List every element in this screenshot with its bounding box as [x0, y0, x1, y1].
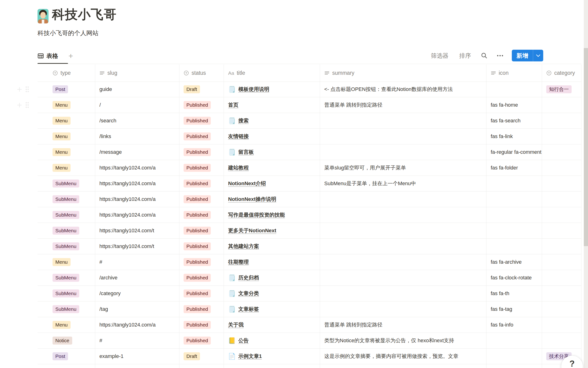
cell-icon[interactable]	[487, 364, 542, 368]
cell-type[interactable]: SubMenu	[37, 223, 95, 238]
cell-title[interactable]: 🗒️ 文章标签	[224, 301, 320, 317]
cell-title[interactable]: 📄 加锁文章2 - 密码123456	[224, 364, 320, 368]
cell-title[interactable]: 📄 示例文章1	[224, 349, 320, 364]
cell-title[interactable]: 往期整理	[224, 254, 320, 270]
cell-slug[interactable]: https://tangly1024.com/t	[95, 239, 179, 254]
add-row-icon[interactable]: +	[17, 85, 22, 94]
cell-status[interactable]: Draft	[179, 364, 224, 368]
title-link[interactable]: 公告	[238, 337, 248, 344]
cell-status[interactable]: Published	[179, 144, 224, 160]
title-link[interactable]: 文章分类	[238, 290, 259, 297]
cell-type[interactable]: SubMenu	[37, 301, 95, 317]
tab-table-view[interactable]: 表格	[37, 52, 58, 60]
new-button[interactable]: 新增	[512, 52, 533, 60]
cell-slug[interactable]: https://tangly1024.com/a	[95, 207, 179, 223]
cell-slug[interactable]: https://tangly1024.com/a	[95, 176, 179, 191]
cell-type[interactable]: Menu	[37, 113, 95, 129]
cell-category[interactable]	[542, 239, 581, 254]
page-title[interactable]: 科技小飞哥	[52, 6, 117, 23]
cell-type[interactable]: SubMenu	[37, 176, 95, 191]
add-view-button[interactable]: +	[68, 51, 73, 60]
table-row[interactable]: + Notice # Published 📒 公告 类型为Notice的文章将被…	[37, 333, 581, 349]
title-link[interactable]: 历史归档	[238, 274, 259, 281]
cell-summary[interactable]	[320, 254, 487, 270]
cell-slug[interactable]: https://tangly1024.com/t	[95, 223, 179, 238]
title-link[interactable]: 模板使用说明	[238, 86, 269, 93]
cell-icon[interactable]: fas fa-archive	[487, 254, 542, 270]
table-row[interactable]: + SubMenu /archive Published 🗒️ 历史归档 fas…	[37, 270, 581, 286]
title-link[interactable]: 示例文章1	[238, 353, 262, 360]
cell-icon[interactable]	[487, 176, 542, 191]
cell-slug[interactable]: /message	[95, 144, 179, 160]
cell-status[interactable]: Published	[179, 254, 224, 270]
cell-icon[interactable]: fas fa-home	[487, 97, 542, 113]
cell-category[interactable]	[542, 317, 581, 333]
cell-category[interactable]	[542, 301, 581, 317]
cell-status[interactable]: Published	[179, 223, 224, 238]
cell-status[interactable]: Published	[179, 160, 224, 175]
cell-slug[interactable]: https://tangly1024.com/a	[95, 192, 179, 207]
cell-summary[interactable]: 这是示例的文章摘要，摘要内容可被用做搜索，预览。文章	[320, 349, 487, 364]
cell-title[interactable]: 🗒️ 模板使用说明	[224, 82, 320, 97]
cell-category[interactable]	[542, 254, 581, 270]
cell-category[interactable]	[542, 286, 581, 301]
cell-category[interactable]	[542, 176, 581, 191]
cell-type[interactable]: SubMenu	[37, 239, 95, 254]
cell-slug[interactable]: #	[95, 333, 179, 348]
cell-icon[interactable]	[487, 223, 542, 238]
cell-category[interactable]	[542, 192, 581, 207]
column-header-type[interactable]: Aa type	[37, 64, 95, 82]
cell-slug[interactable]: https://tangly1024.com/a	[95, 160, 179, 175]
cell-status[interactable]: Published	[179, 317, 224, 333]
cell-summary[interactable]	[320, 207, 487, 223]
cell-type[interactable]: SubMenu	[37, 207, 95, 223]
cell-slug[interactable]: https://tangly1024.com/a	[95, 317, 179, 333]
cell-title[interactable]: 🗒️ 搜索	[224, 113, 320, 129]
cell-category[interactable]: 知行合一	[542, 82, 581, 97]
column-header-category[interactable]: Aa category	[542, 64, 581, 82]
scrollbar-thumb[interactable]	[584, 48, 588, 246]
cell-icon[interactable]	[487, 82, 542, 97]
cell-icon[interactable]	[487, 333, 542, 348]
table-row[interactable]: + SubMenu https://tangly1024.com/t Publi…	[37, 239, 581, 254]
cell-status[interactable]: Published	[179, 239, 224, 254]
cell-category[interactable]	[542, 97, 581, 113]
cell-title[interactable]: 🗒️ 文章分类	[224, 286, 320, 301]
cell-summary[interactable]	[320, 270, 487, 285]
cell-icon[interactable]: fas fa-search	[487, 113, 542, 129]
cell-title[interactable]: NotionNext介绍	[224, 176, 320, 191]
title-link[interactable]: 首页	[228, 101, 239, 109]
cell-status[interactable]: Published	[179, 113, 224, 129]
column-header-title[interactable]: Aa title	[224, 64, 320, 82]
cell-status[interactable]: Published	[179, 270, 224, 285]
new-dropdown-button[interactable]	[533, 54, 543, 57]
table-row[interactable]: + SubMenu /category Published 🗒️ 文章分类 fa…	[37, 286, 581, 301]
cell-slug[interactable]: example-1	[95, 349, 179, 364]
title-link[interactable]: 文章标签	[238, 306, 259, 313]
cell-type[interactable]: Notice	[37, 333, 95, 348]
cell-title[interactable]: 🗒️ 历史归档	[224, 270, 320, 285]
cell-category[interactable]	[542, 333, 581, 348]
cell-status[interactable]: Published	[179, 333, 224, 348]
cell-title[interactable]: 🗒️ 留言板	[224, 144, 320, 160]
cell-summary[interactable]: SubMenu是子菜单，挂在上一个Menu中	[320, 176, 487, 191]
title-link[interactable]: 建站教程	[228, 164, 249, 171]
cell-summary[interactable]: 普通菜单 跳转到指定路径	[320, 317, 487, 333]
cell-slug[interactable]: /search	[95, 113, 179, 129]
title-link[interactable]: 关于我	[228, 321, 244, 328]
cell-title[interactable]: 写作是最值得投资的技能	[224, 207, 320, 223]
table-row[interactable]: + Menu https://tangly1024.com/a Publishe…	[37, 160, 581, 176]
column-header-status[interactable]: Aa status	[179, 64, 224, 82]
cell-icon[interactable]: fas fa-info	[487, 317, 542, 333]
cell-category[interactable]	[542, 113, 581, 129]
cell-type[interactable]: Post	[37, 349, 95, 364]
table-row[interactable]: + Menu # Published 往期整理 fas fa-archive	[37, 254, 581, 270]
cell-type[interactable]: Menu	[37, 144, 95, 160]
cell-type[interactable]: SubMenu	[37, 270, 95, 285]
scrollbar-track[interactable]	[584, 0, 588, 368]
cell-category[interactable]	[542, 144, 581, 160]
table-row[interactable]: + Menu /search Published 🗒️ 搜索 fas fa-se…	[37, 113, 581, 129]
cell-status[interactable]: Draft	[179, 349, 224, 364]
cell-status[interactable]: Published	[179, 129, 224, 144]
cell-slug[interactable]: example-2	[95, 364, 179, 368]
